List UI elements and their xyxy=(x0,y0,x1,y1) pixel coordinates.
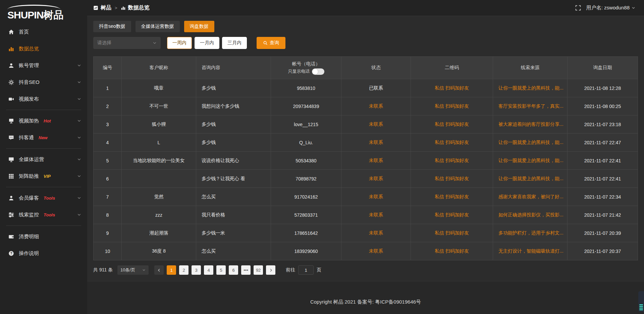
sidebar-item-video-heat[interactable]: 视频加热Hot xyxy=(0,112,87,129)
sidebar-divider xyxy=(6,110,81,110)
sidebar-item-account-manage[interactable]: 账号管理 xyxy=(0,57,87,74)
toggle-knob xyxy=(312,69,318,74)
sidebar-item-video-publish[interactable]: 视频发布 xyxy=(0,91,87,107)
qr-links[interactable]: 私信 扫码加好友 xyxy=(435,194,469,200)
cell-source-link[interactable]: 被大家追着问的客厅投影分享... xyxy=(498,121,564,127)
prev-page-button[interactable] xyxy=(154,265,164,275)
cell-no: 9 xyxy=(94,224,122,242)
floating-widget[interactable] xyxy=(638,291,644,312)
sidebar-item-media-operation[interactable]: 全媒体运营 xyxy=(0,151,87,168)
cell-date: 2021-11-07 20:37 xyxy=(568,242,638,260)
cell-account: love__1215 xyxy=(271,115,341,133)
page-button-5[interactable]: 5 xyxy=(216,265,226,275)
cell-account: 70898792 xyxy=(271,170,341,188)
page-size-select[interactable]: 10条/页 xyxy=(117,265,149,275)
monitor-icon xyxy=(8,156,14,162)
qr-links[interactable]: 私信 扫码加好友 xyxy=(435,230,469,236)
page-button-6[interactable]: 6 xyxy=(229,265,238,275)
sidebar-item-badge: Tools xyxy=(44,212,55,217)
sliders-icon xyxy=(8,212,14,218)
page-button-4[interactable]: 4 xyxy=(204,265,213,275)
sidebar-item-douketong[interactable]: 抖客通New xyxy=(0,129,87,146)
cell-source-link[interactable]: 客厅安装投影半年多了，真实... xyxy=(498,103,564,109)
sidebar-item-data-overview[interactable]: 数据总览 xyxy=(0,40,87,57)
phone-only-label: 只显示电话 xyxy=(288,68,310,74)
cell-status: 未联系 xyxy=(341,224,411,242)
cell-date: 2021-11-07 22:34 xyxy=(568,188,638,206)
tab-media-ops-data[interactable]: 全媒体运营数据 xyxy=(136,21,180,32)
range-buttons: 一周内一月内三月内 xyxy=(164,37,247,49)
jump-page-input[interactable] xyxy=(298,265,314,275)
cell-source-link[interactable]: 无主灯设计，智能磁吸轨道灯... xyxy=(498,248,564,254)
cell-source-link[interactable]: 让你一眼就爱上的黑科技，能... xyxy=(498,85,564,91)
tab-inquiry-data[interactable]: 询盘数据 xyxy=(184,21,214,32)
user-menu[interactable]: 用户名: zswodun88 xyxy=(586,5,635,11)
sidebar-item-clue-monitor[interactable]: 线索监控Tools xyxy=(0,206,87,223)
search-button[interactable]: 查询 xyxy=(257,37,285,49)
range-button-quarter[interactable]: 三月内 xyxy=(222,37,247,49)
cell-date: 2021-11-08 00:25 xyxy=(568,97,638,115)
chevron-down-icon xyxy=(77,119,81,123)
breadcrumb-item-current: 数据总览 xyxy=(128,4,150,11)
phone-only-toggle[interactable] xyxy=(312,68,324,75)
qr-links[interactable]: 私信 扫码加好友 xyxy=(435,85,469,91)
cell-date: 2021-11-07 21:42 xyxy=(568,206,638,224)
page-button-3[interactable]: 3 xyxy=(192,265,201,275)
cell-source-link[interactable]: 让你一眼就爱上的黑科技，能... xyxy=(498,176,564,182)
col-header-no: 编号 xyxy=(94,57,122,79)
col-header-date: 询盘日期 xyxy=(568,57,638,79)
cell-date: 2021-11-07 22:47 xyxy=(568,134,638,151)
sidebar-item-label: 操作说明 xyxy=(19,250,39,257)
range-button-week[interactable]: 一周内 xyxy=(167,37,192,49)
page-ellipsis-button[interactable]: ••• xyxy=(241,265,251,275)
table-row: 6多少钱？让我死心 看70898792未联系私信 扫码加好友让你一眼就爱上的黑科… xyxy=(94,169,638,188)
sidebar-item-label: 会员爆客 xyxy=(19,195,39,201)
sidebar-item-label: 消费明细 xyxy=(19,233,39,240)
cell-source-link[interactable]: 多功能护栏灯，适用于乡村文... xyxy=(498,230,564,236)
qr-links[interactable]: 私信 扫码加好友 xyxy=(435,140,469,146)
cell-source-link[interactable]: 让你一眼就爱上的黑科技，能... xyxy=(498,158,564,164)
sidebar-item-member-burst[interactable]: 会员爆客Tools xyxy=(0,190,87,206)
table-row: 2不可一世我想问这个多少钱2097344839未联系私信 扫码加好友客厅安装投影… xyxy=(94,97,638,115)
table-row: 1哦章多少钱9583810已联系私信 扫码加好友让你一眼就爱上的黑科技，能...… xyxy=(94,79,638,97)
sidebar-item-operation-guide[interactable]: ?操作说明 xyxy=(0,245,87,262)
page-button-92[interactable]: 92 xyxy=(254,265,263,275)
account-select[interactable]: 请选择 xyxy=(93,37,161,49)
svg-text:?: ? xyxy=(10,251,12,255)
cell-status: 已联系 xyxy=(341,79,411,97)
qr-links[interactable]: 私信 扫码加好友 xyxy=(435,121,469,127)
app-logo[interactable]: SHUPIN树品 xyxy=(0,3,87,23)
cell-content: 多少钱 xyxy=(196,115,271,133)
sidebar-item-home[interactable]: 首页 xyxy=(0,23,87,40)
sidebar-item-consume-detail[interactable]: 消费明细 xyxy=(0,228,87,245)
cell-nickname: 哦章 xyxy=(122,79,196,97)
cell-source-link[interactable]: 感谢大家喜欢我家，被问了好... xyxy=(498,194,564,200)
copyright-text: Copyright 树品 2021 备案号: 粤ICP备09019646号 xyxy=(310,299,421,305)
table-row: 8zzz我只看价格572803371未联系私信 扫码加好友如何正确选择投影仪，买… xyxy=(94,206,638,224)
cell-source-link[interactable]: 让你一眼就爱上的黑科技，能... xyxy=(498,140,564,146)
username-label: 用户名: zswodun88 xyxy=(586,5,630,11)
cell-no: 3 xyxy=(94,115,122,133)
qr-links[interactable]: 私信 扫码加好友 xyxy=(435,212,469,218)
col-header-qrcode: 二维码 xyxy=(411,57,493,79)
sidebar-item-douyin-seo[interactable]: 抖音SEO xyxy=(0,74,87,91)
cell-source-link[interactable]: 如何正确选择投影仪，买投影... xyxy=(498,212,564,218)
jump-suffix-label: 页 xyxy=(317,267,321,273)
qr-links[interactable]: 私信 扫码加好友 xyxy=(435,103,469,109)
tab-douyin-seo-data[interactable]: 抖音seo数据 xyxy=(93,21,131,32)
cell-status: 未联系 xyxy=(341,152,411,169)
cell-date: 2021-11-07 22:41 xyxy=(568,152,638,169)
sidebar-item-matrix-boost[interactable]: 矩阵助推VIP xyxy=(0,168,87,185)
page-button-1[interactable]: 1 xyxy=(167,265,176,275)
sidebar-item-badge: New xyxy=(39,135,48,140)
next-page-button[interactable] xyxy=(266,265,275,275)
sidebar-item-badge: Tools xyxy=(44,196,55,201)
chevron-left-icon xyxy=(157,268,161,272)
fullscreen-icon[interactable] xyxy=(575,5,581,11)
page-button-2[interactable]: 2 xyxy=(179,265,189,275)
qr-links[interactable]: 私信 扫码加好友 xyxy=(435,176,469,182)
range-button-month[interactable]: 一月内 xyxy=(195,37,219,49)
breadcrumb-item-home[interactable]: 树品 xyxy=(101,4,111,11)
qr-links[interactable]: 私信 扫码加好友 xyxy=(435,158,469,164)
qr-links[interactable]: 私信 扫码加好友 xyxy=(435,248,469,254)
